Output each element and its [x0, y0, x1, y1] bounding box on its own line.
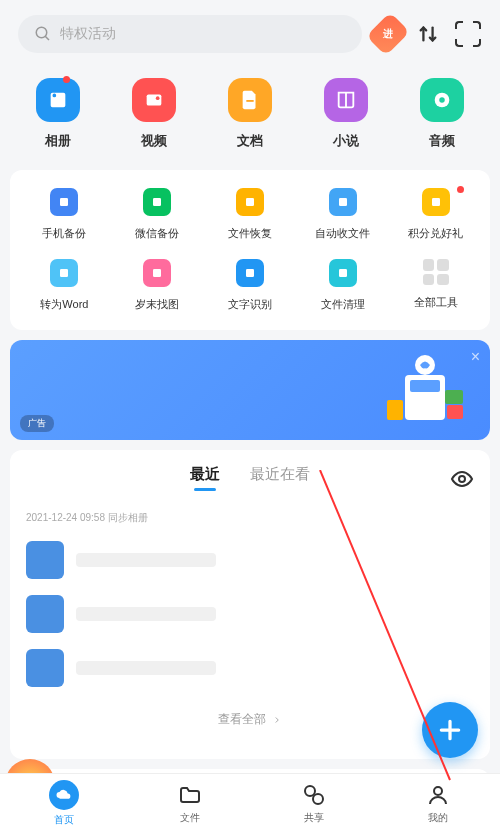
main-icon-视频[interactable]: 视频 [132, 78, 176, 150]
list-item[interactable] [10, 641, 490, 695]
visibility-icon[interactable] [450, 467, 474, 491]
svg-point-26 [313, 794, 323, 804]
svg-point-8 [439, 97, 445, 103]
svg-rect-11 [246, 198, 254, 206]
tool-icon [329, 259, 357, 287]
svg-rect-21 [445, 390, 463, 404]
view-all-button[interactable]: 查看全部 [10, 695, 490, 744]
folder-icon [177, 782, 203, 808]
main-icon-相册[interactable]: 相册 [36, 78, 80, 150]
svg-point-24 [459, 476, 465, 482]
svg-rect-22 [447, 405, 463, 419]
promo-badge[interactable]: 进 [374, 20, 402, 48]
search-input[interactable]: 特权活动 [18, 15, 362, 53]
tool-微信备份[interactable]: 微信备份 [111, 188, 204, 241]
tab-recent[interactable]: 最近 [190, 465, 220, 491]
category-icon [132, 78, 176, 122]
ad-badge: 广告 [20, 415, 54, 432]
svg-rect-12 [339, 198, 347, 206]
tool-积分兑好礼[interactable]: 积分兑好礼 [389, 188, 482, 241]
add-button[interactable] [422, 702, 478, 758]
tool-文件清理[interactable]: 文件清理 [296, 259, 389, 312]
svg-point-0 [36, 27, 47, 38]
list-item[interactable] [10, 587, 490, 641]
svg-rect-9 [60, 198, 68, 206]
tool-转为Word[interactable]: 转为Word [18, 259, 111, 312]
tool-icon [236, 188, 264, 216]
tool-icon [50, 188, 78, 216]
tool-全部工具[interactable]: 全部工具 [389, 259, 482, 312]
search-icon [34, 25, 52, 43]
tool-icon [50, 259, 78, 287]
nav-profile[interactable]: 我的 [425, 782, 451, 825]
tool-手机备份[interactable]: 手机备份 [18, 188, 111, 241]
tool-icon [143, 259, 171, 287]
banner-illustration [375, 350, 475, 430]
category-icon [324, 78, 368, 122]
recent-timestamp: 2021-12-24 09:58 同步相册 [10, 503, 490, 533]
search-placeholder: 特权活动 [60, 25, 116, 43]
bottom-nav: 首页 文件 共享 我的 [0, 773, 500, 833]
badge-icon: 进 [383, 27, 393, 41]
svg-rect-4 [147, 95, 162, 106]
tool-岁末找图[interactable]: 岁末找图 [111, 259, 204, 312]
recent-card: 最近 最近在看 2021-12-24 09:58 同步相册 查看全部 [10, 450, 490, 759]
svg-point-27 [434, 787, 442, 795]
tool-文字识别[interactable]: 文字识别 [204, 259, 297, 312]
tool-icon [143, 188, 171, 216]
svg-rect-14 [60, 269, 68, 277]
cloud-icon [49, 780, 79, 810]
tool-文件恢复[interactable]: 文件恢复 [204, 188, 297, 241]
share-icon [301, 782, 327, 808]
main-icon-音频[interactable]: 音频 [420, 78, 464, 150]
scan-button[interactable] [454, 20, 482, 48]
nav-files[interactable]: 文件 [177, 782, 203, 825]
svg-rect-13 [432, 198, 440, 206]
svg-point-5 [156, 96, 160, 100]
svg-rect-17 [339, 269, 347, 277]
svg-point-25 [305, 786, 315, 796]
svg-rect-10 [153, 198, 161, 206]
category-icon [36, 78, 80, 122]
tab-recent-online[interactable]: 最近在看 [250, 465, 310, 491]
nav-home[interactable]: 首页 [49, 780, 79, 827]
main-icon-小说[interactable]: 小说 [324, 78, 368, 150]
svg-rect-6 [246, 100, 253, 102]
main-icon-文档[interactable]: 文档 [228, 78, 272, 150]
tools-card: 手机备份 微信备份 文件恢复 自动收文件 积分兑好礼 转为Word 岁末找图 文… [10, 170, 490, 330]
tool-icon [329, 188, 357, 216]
nav-share[interactable]: 共享 [301, 782, 327, 825]
tool-icon [422, 188, 450, 216]
promo-banner[interactable]: × 广告 [10, 340, 490, 440]
category-icon [228, 78, 272, 122]
svg-rect-19 [410, 380, 440, 392]
svg-rect-16 [246, 269, 254, 277]
profile-icon [425, 782, 451, 808]
tool-icon [236, 259, 264, 287]
svg-rect-15 [153, 269, 161, 277]
sort-button[interactable] [414, 20, 442, 48]
list-item[interactable] [10, 533, 490, 587]
category-icon [420, 78, 464, 122]
svg-rect-23 [387, 400, 403, 420]
tool-自动收文件[interactable]: 自动收文件 [296, 188, 389, 241]
svg-line-1 [45, 36, 49, 40]
